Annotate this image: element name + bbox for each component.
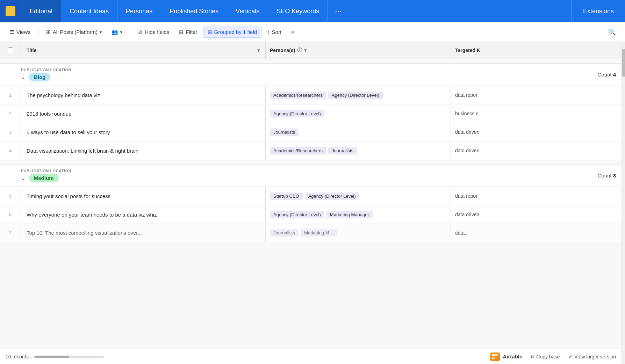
row-title-cell: Timing your social posts for success: [21, 187, 266, 205]
nav-item-published-stories[interactable]: Published Stories: [161, 0, 227, 22]
row-targeted-cell: data driven: [451, 123, 622, 141]
toolbar-divider-2: [130, 27, 130, 37]
eye-hide-icon: ⊘: [138, 29, 143, 35]
nav-extensions-button[interactable]: Extensions: [572, 0, 625, 22]
table-row[interactable]: 5 Timing your social posts for success S…: [0, 187, 622, 205]
header-title-col: Title ▾: [21, 42, 266, 59]
people-icon: 👥: [112, 29, 118, 35]
nav-logo: [0, 0, 21, 22]
group-tag-medium: Medium: [29, 174, 59, 182]
nav-item-seo-keywords[interactable]: SEO Keywords: [268, 0, 328, 22]
nav-item-editorial[interactable]: Editorial: [21, 0, 61, 22]
view-name-button[interactable]: ⊞ All Posts (Platform) ▾: [42, 27, 106, 37]
table-row[interactable]: 1 The psychology behind data viz Academi…: [0, 86, 622, 104]
select-all-checkbox[interactable]: [8, 48, 13, 53]
sort-icon: ↕: [267, 29, 270, 35]
column-headers: Title ▾ Persona(s) ⓘ ▾ Targeted K: [0, 42, 622, 59]
row-title-cell: Why everyone on your team needs to be a …: [21, 205, 266, 224]
main-content: Title ▾ Persona(s) ⓘ ▾ Targeted K PUBLIC…: [0, 42, 625, 364]
group-count-blog: Count 4: [597, 72, 616, 78]
sort-button[interactable]: ↕ Sort: [263, 27, 286, 37]
status-left: 10 records: [6, 354, 104, 359]
persona-tag: Startup CEO: [270, 192, 303, 200]
expand-icon: ⤢: [568, 354, 572, 359]
row-targeted-cell: data driven: [451, 205, 622, 224]
copy-base-button[interactable]: ⧉ Copy base: [531, 354, 560, 359]
header-personas-col: Persona(s) ⓘ ▾: [266, 42, 451, 59]
filter-icon: ⊟: [179, 29, 184, 35]
table-row[interactable]: 7 Top 10: The most compelling visualizat…: [0, 224, 622, 242]
header-checkbox-col[interactable]: [0, 42, 21, 59]
persona-tag: Agency (Director Level): [270, 211, 324, 218]
logo-icon: [6, 6, 15, 16]
scrollbar-track[interactable]: [622, 42, 625, 364]
persona-tag: Journalists: [270, 129, 299, 136]
row-number: 3: [0, 123, 21, 141]
nav-item-verticals[interactable]: Verticals: [227, 0, 268, 22]
group-header-row-blog: PUBLICATION LOCATION ⌄ Blog Count 4: [0, 64, 622, 86]
table-body: PUBLICATION LOCATION ⌄ Blog Count 4 1 Th…: [0, 59, 622, 349]
nav-more-button[interactable]: ⋯: [328, 0, 349, 22]
group-chevron-blog[interactable]: ⌄: [21, 74, 26, 80]
personas-sort-icon[interactable]: ▾: [304, 48, 307, 53]
row-personas-cell: Startup CEOAgency (Director Level): [266, 187, 451, 205]
search-button[interactable]: 🔍: [605, 26, 619, 38]
scroll-thumb: [34, 356, 69, 358]
persona-tag: Agency (Director Level): [270, 110, 324, 117]
table-row[interactable]: 4 Data visualization: Linking left brain…: [0, 141, 622, 160]
group-header-blog: PUBLICATION LOCATION ⌄ Blog Count 4: [0, 63, 622, 86]
views-button[interactable]: ☰ Views: [6, 27, 35, 37]
row-title-cell: Top 10: The most compelling visualizatio…: [21, 224, 266, 242]
chevron-down-icon: ▾: [100, 30, 102, 35]
view-larger-button[interactable]: ⤢ View larger version: [568, 354, 616, 359]
group-location-label: PUBLICATION LOCATION: [21, 169, 71, 173]
group-chevron-medium[interactable]: ⌄: [21, 175, 26, 181]
row-number: 2: [0, 104, 21, 123]
group-location-label: PUBLICATION LOCATION: [21, 68, 71, 72]
hide-fields-button[interactable]: ⊘ Hide fields: [134, 27, 173, 37]
row-number: 7: [0, 224, 21, 242]
nav-item-content-ideas[interactable]: Content Ideas: [61, 0, 117, 22]
row-targeted-cell: data repor: [451, 86, 622, 104]
records-count: 10 records: [6, 354, 29, 359]
row-title-cell: Data visualization: Linking left brain &…: [21, 141, 266, 160]
persona-tag: Agency (Director Level): [328, 92, 383, 99]
table-row[interactable]: 6 Why everyone on your team needs to be …: [0, 205, 622, 224]
scroll-indicator[interactable]: [34, 356, 104, 358]
chevron-down-icon-2: ▾: [120, 30, 122, 35]
nav-items: Editorial Content Ideas Personas Publish…: [21, 0, 572, 22]
copy-icon: ⧉: [531, 354, 534, 359]
row-targeted-cell: data driven: [451, 141, 622, 160]
collaborators-button[interactable]: 👥 ▾: [107, 27, 127, 37]
density-button[interactable]: ≡: [287, 27, 299, 37]
grouped-button[interactable]: ⊞ Grouped by 1 field: [203, 27, 262, 38]
svg-rect-0: [492, 354, 495, 356]
grid-icon: ⊞: [46, 29, 51, 35]
group-header-row-medium: PUBLICATION LOCATION ⌄ Medium Count 3: [0, 165, 622, 187]
top-nav: Editorial Content Ideas Personas Publish…: [0, 0, 625, 22]
persona-tag: Journalists: [270, 229, 299, 236]
group-header-medium: PUBLICATION LOCATION ⌄ Medium Count 3: [0, 164, 622, 187]
persona-tag: Agency (Director Level): [305, 192, 359, 200]
filter-button[interactable]: ⊟ Filter: [175, 27, 201, 37]
row-personas-cell: Agency (Director Level)Marketing Manager: [266, 205, 451, 224]
row-targeted-cell: data repor: [451, 187, 622, 205]
group-tag-blog: Blog: [29, 73, 50, 81]
row-number: 6: [0, 205, 21, 224]
persona-tag: Marketing M...: [301, 229, 336, 236]
row-number: 1: [0, 86, 21, 104]
nav-item-personas[interactable]: Personas: [117, 0, 161, 22]
row-personas-cell: JournalistsMarketing M...: [266, 224, 451, 242]
personas-info-icon[interactable]: ⓘ: [297, 47, 302, 53]
svg-rect-2: [492, 357, 495, 359]
scrollbar-thumb[interactable]: [622, 49, 625, 77]
airtable-logo: Airtable: [490, 352, 522, 361]
table-row[interactable]: 3 5 ways to use data to sell your story …: [0, 123, 622, 141]
row-personas-cell: Academics/ResearchersJournalists: [266, 141, 451, 160]
svg-rect-1: [495, 354, 498, 356]
persona-tag: Academics/Researchers: [270, 92, 326, 99]
status-right: Airtable ⧉ Copy base ⤢ View larger versi…: [490, 352, 616, 361]
hamburger-icon: ☰: [10, 29, 14, 35]
title-sort-icon[interactable]: ▾: [257, 48, 260, 53]
table-row[interactable]: 2 2018 tools roundup Agency (Director Le…: [0, 104, 622, 123]
